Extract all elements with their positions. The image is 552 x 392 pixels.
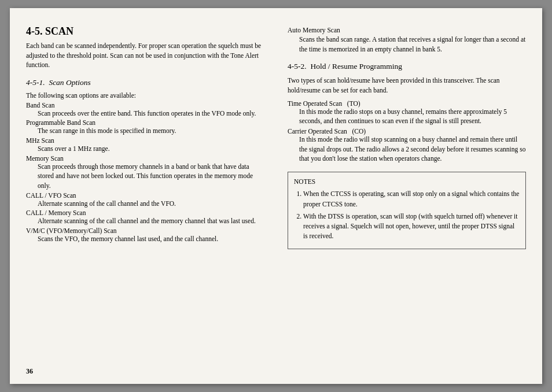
list-item: When the CTCSS is operating, scan will s… [303,189,520,209]
notes-list: When the CTCSS is operating, scan will s… [294,189,520,241]
page-number: 36 [26,367,33,376]
list-item: Alternate scanning of the call channel a… [26,199,262,209]
list-item: CALL / VFO Scan [26,192,262,199]
left-section-num: 4-5-1. [26,78,45,87]
list-item: Scans over a 1 MHz range. [26,144,262,154]
list-item: Scan proceeds over the entire band. This… [26,109,262,119]
list-item: MHz Scan [26,137,262,144]
page: 4-5. SCAN Each band can be scanned indep… [10,8,542,384]
auto-memory-scan-title: Auto Memory Scan [288,27,526,34]
list-item: Time Operated Scan (TO) [288,100,526,107]
left-section-label: Scan Options [49,78,90,87]
list-item: The scan range in this mode is specified… [26,126,262,136]
list-item: CALL / Memory Scan [26,209,262,216]
list-item: Carrier Operated Scan (CO) [288,128,526,135]
left-section-intro: The following scan options are available… [26,91,262,101]
list-item: V/M/C (VFO/Memory/Call) Scan [26,227,262,234]
list-item: With the DTSS is operation, scan will st… [303,212,520,242]
list-item: In this mode the radio will stop scannin… [288,135,526,164]
list-item: Band Scan [26,102,262,109]
list-item: Alternate scanning of the call channel a… [26,216,262,226]
left-column: 4-5. SCAN Each band can be scanned indep… [26,25,269,372]
scan-items-list: Band Scan Scan proceeds over the entire … [26,102,262,244]
right-section-num: 4-5-2. [288,62,307,71]
list-item: Programmable Band Scan [26,119,262,126]
right-section-label: Hold / Resume Programming [310,62,402,71]
list-item: Scans the VFO, the memory channel last u… [26,234,262,244]
notes-box: NOTES When the CTCSS is operating, scan … [288,172,526,249]
right-section-title: 4-5-2. Hold / Resume Programming [288,62,526,71]
right-column: Auto Memory Scan Scans the band scan ran… [283,25,526,372]
list-item: In this mode the radio stops on a busy c… [288,107,526,126]
main-title: 4-5. SCAN [26,25,262,38]
list-item: Scan proceeds through those memory chann… [26,162,262,191]
left-section-title: 4-5-1. Scan Options [26,78,262,87]
intro-text: Each band can be scanned independently. … [26,41,262,70]
auto-memory-scan-desc: Scans the band scan range. A station tha… [288,35,526,54]
notes-header: NOTES [294,177,520,187]
right-section-intro: Two types of scan hold/resume have been … [288,76,526,95]
list-item: Memory Scan [26,155,262,162]
